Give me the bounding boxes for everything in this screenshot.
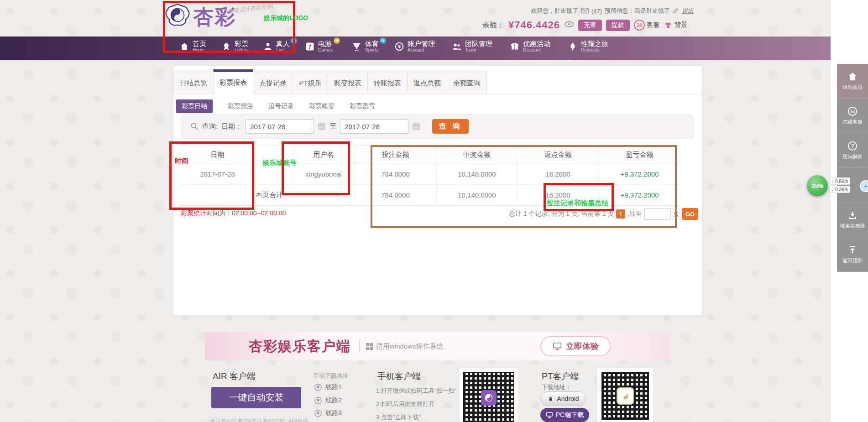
download-line-1[interactable]: 线路1 — [314, 383, 342, 391]
date-from-input[interactable] — [246, 119, 314, 134]
os-note-text: 适用windows操作系统 — [376, 342, 444, 351]
tshirt-icon — [664, 21, 673, 29]
try-now-label: 立即体验 — [566, 341, 599, 352]
background-toggle[interactable]: 背景 — [664, 21, 687, 29]
team-icon — [452, 42, 461, 51]
subtab-chase-records[interactable]: 追号记录 — [268, 102, 294, 110]
logout-link[interactable]: 退出 — [682, 7, 694, 15]
service-24-icon: 24 — [634, 20, 645, 31]
tab-account-change[interactable]: 账变报表 — [328, 72, 368, 94]
calendar-icon[interactable] — [318, 122, 326, 130]
tab-transfer-report[interactable]: 转账报表 — [367, 72, 408, 94]
service-label: 客服 — [647, 21, 659, 29]
floating-sidebar: 回到首页 24 在线客服 ? 疑问解答 域名发布器 返回顶部 — [837, 64, 868, 272]
sidebar-item-faq[interactable]: ? 疑问解答 — [837, 133, 868, 168]
balance-label: 余额： — [482, 21, 504, 30]
up-arrow-icon: ↑ — [831, 179, 834, 184]
download-value: 0.3K/s — [835, 187, 848, 192]
android-icon — [547, 396, 554, 402]
hot-badge: H — [334, 37, 340, 44]
home-icon — [847, 72, 858, 82]
sidebar-item-back-to-top[interactable]: 返回顶部 — [837, 237, 868, 272]
nav-sublabel: Team — [465, 47, 492, 53]
qr-pattern — [463, 372, 514, 422]
subtab-lottery-profit[interactable]: 彩票盈亏 — [350, 102, 375, 110]
tab-daily-overview[interactable]: 日结总览 — [173, 72, 214, 94]
subtab-lottery-bets[interactable]: 彩票投注 — [228, 102, 253, 110]
search-label: 查询: — [202, 122, 218, 131]
nav-item-account[interactable]: ¥ 账户管理Account — [395, 40, 435, 53]
nav-label: 电游 — [318, 40, 333, 47]
sidebar-label: 疑问解答 — [842, 153, 863, 160]
banner-title: 杏彩娱乐客户端 — [249, 337, 351, 356]
air-install-note: 无法自动安装?请先安装ADOBE AIR环境 — [210, 417, 308, 422]
qr-pattern — [601, 372, 649, 420]
android-download-button[interactable]: Android — [540, 391, 586, 406]
upload-value: 0.8K/s — [835, 179, 848, 184]
pt-qr-code — [597, 368, 654, 422]
tab-balance-query[interactable]: 余额查询 — [447, 72, 487, 94]
background-label: 背景 — [675, 21, 687, 29]
calendar-icon[interactable] — [412, 122, 420, 130]
download-line-2[interactable]: 线路2 — [314, 396, 342, 405]
flame-icon — [568, 42, 577, 51]
sidebar-item-service[interactable]: 24 在线客服 — [837, 99, 868, 133]
annotation-brown-box — [371, 145, 677, 228]
customer-service[interactable]: 24 客服 — [634, 20, 659, 31]
nav-sublabel: Sports — [365, 47, 379, 53]
tab-deposit-withdraw[interactable]: 充提记录 — [253, 72, 293, 94]
pin-icon — [314, 409, 322, 417]
pc-download-button[interactable]: PC端下载 — [540, 408, 589, 422]
mail-count-link[interactable]: (47) — [591, 8, 602, 15]
download-line-3[interactable]: 线路3 — [314, 409, 342, 417]
withdraw-button[interactable]: 提款 — [606, 20, 630, 31]
edit-icon[interactable] — [673, 7, 679, 15]
sidebar-item-domain-publisher[interactable]: 域名发布器 — [837, 203, 868, 237]
date-to-input[interactable] — [340, 119, 408, 134]
try-now-button[interactable]: 立即体验 — [540, 336, 611, 356]
svg-text:24: 24 — [850, 109, 855, 114]
tab-rebate-total[interactable]: 返点总额 — [407, 72, 447, 94]
down-arrow-icon: ↓ — [831, 187, 834, 192]
nav-item-games[interactable]: 7 电游Games H — [305, 40, 333, 53]
search-button[interactable]: 查 询 — [432, 119, 469, 134]
banner-os-note: 适用windows操作系统 — [366, 342, 444, 351]
nav-item-rewards[interactable]: 性耀之旅Rewards — [568, 40, 608, 53]
manual-download-title: 手动下载地址 — [313, 372, 349, 380]
welcome-bar: 欢迎您，肚皮饿了 (47) 预留信息：我是肚皮饿了 退出 — [531, 7, 694, 15]
nav-label: 账户管理 — [408, 40, 435, 47]
speed-percent-widget[interactable]: 35% — [807, 175, 828, 196]
date-label: 日期： — [221, 122, 242, 131]
go-button[interactable]: GO — [682, 208, 698, 220]
pt-client-title: PT客户端 — [542, 370, 579, 382]
tab-pt-games[interactable]: PT娱乐 — [293, 72, 328, 94]
sidebar-item-home[interactable]: 回到首页 — [837, 64, 868, 99]
eye-icon[interactable] — [564, 21, 574, 30]
subtab-lottery-daily[interactable]: 彩票日结 — [176, 99, 213, 113]
balance-amount: ¥746.4426 — [508, 19, 560, 31]
pin-icon — [314, 396, 322, 405]
recharge-button[interactable]: 充值 — [578, 20, 602, 31]
svg-text:¥: ¥ — [398, 44, 401, 49]
sidebar-label: 域名发布器 — [840, 223, 865, 229]
line-label: 线路2 — [325, 396, 342, 405]
new-badge: N — [380, 37, 386, 44]
mobile-step-1: 1.打开微信或扫码工具"扫一扫" — [376, 387, 456, 395]
annotation-red-box-logo — [163, 1, 295, 53]
android-label: Android — [557, 395, 579, 402]
annotation-red-box-user — [282, 141, 350, 195]
search-bar: 查询: 日期： 至 查 询 — [181, 114, 694, 139]
nav-sublabel: Discount — [523, 47, 550, 53]
nav-label: 团队管理 — [465, 40, 492, 47]
nav-sublabel: Games — [318, 47, 333, 53]
one-click-install-button[interactable]: 一键自动安装 — [211, 387, 301, 408]
report-tabbar: 日结总览 彩票报表 充提记录 PT娱乐 账变报表 转账报表 返点总额 余额查询 — [173, 66, 702, 94]
nav-item-sports[interactable]: 体育Sports N — [352, 40, 379, 53]
tab-lottery-report[interactable]: 彩票报表 — [213, 69, 253, 94]
nav-item-team[interactable]: 团队管理Team — [452, 40, 492, 53]
mail-icon[interactable] — [581, 7, 589, 15]
mobile-step-2: 2.扫码后用浏览器打开 — [376, 400, 434, 408]
lottery-stats-note: 彩票统计时间为：02:00:00--02:00:00 — [181, 209, 286, 218]
nav-item-discount[interactable]: 优惠活动Discount — [510, 40, 550, 53]
subtab-lottery-account[interactable]: 彩票账变 — [309, 102, 335, 110]
